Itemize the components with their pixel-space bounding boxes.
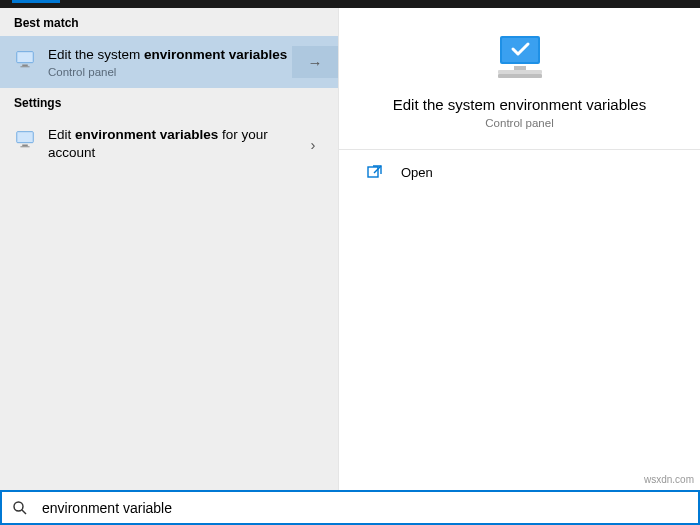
monitor-icon (14, 48, 36, 70)
svg-rect-9 (498, 70, 542, 74)
svg-rect-5 (20, 147, 29, 148)
search-icon (12, 500, 28, 516)
svg-rect-4 (22, 145, 28, 147)
main-layout: Best match Edit the system environment v… (0, 8, 700, 490)
detail-hero: Edit the system environment variables Co… (339, 8, 700, 150)
section-settings: Settings (0, 88, 338, 116)
result-best-match[interactable]: Edit the system environment variables Co… (0, 36, 338, 88)
result-text: Edit the system environment variables Co… (48, 46, 292, 78)
result-title: Edit environment variables for your acco… (48, 126, 298, 162)
svg-line-13 (22, 510, 26, 514)
expand-button[interactable]: › (298, 126, 328, 162)
window-topbar (0, 0, 700, 8)
monitor-check-icon (494, 34, 546, 82)
result-title: Edit the system environment variables (48, 46, 292, 64)
watermark: wsxdn.com (644, 474, 694, 485)
result-subtitle: Control panel (48, 66, 292, 78)
svg-rect-10 (498, 74, 542, 78)
open-icon (367, 164, 383, 180)
detail-subtitle: Control panel (359, 117, 680, 129)
result-settings-item[interactable]: Edit environment variables for your acco… (0, 116, 338, 172)
svg-rect-1 (22, 65, 28, 67)
detail-pane: Edit the system environment variables Co… (338, 8, 700, 490)
svg-rect-2 (20, 66, 29, 67)
open-action[interactable]: Open (339, 150, 700, 194)
result-text: Edit environment variables for your acco… (48, 126, 298, 162)
open-label: Open (401, 165, 433, 180)
accent-strip (12, 0, 60, 3)
chevron-right-icon: › (311, 136, 316, 153)
arrow-right-icon: → (308, 54, 323, 71)
expand-button[interactable]: → (292, 46, 338, 78)
search-input[interactable] (42, 500, 688, 516)
svg-rect-3 (17, 132, 34, 143)
results-pane: Best match Edit the system environment v… (0, 8, 338, 490)
svg-point-12 (14, 502, 23, 511)
svg-rect-11 (368, 167, 378, 177)
search-bar[interactable] (0, 490, 700, 525)
svg-rect-8 (514, 66, 526, 70)
svg-rect-0 (17, 52, 34, 63)
monitor-icon (14, 128, 36, 150)
section-best-match: Best match (0, 8, 338, 36)
detail-title: Edit the system environment variables (359, 96, 680, 113)
